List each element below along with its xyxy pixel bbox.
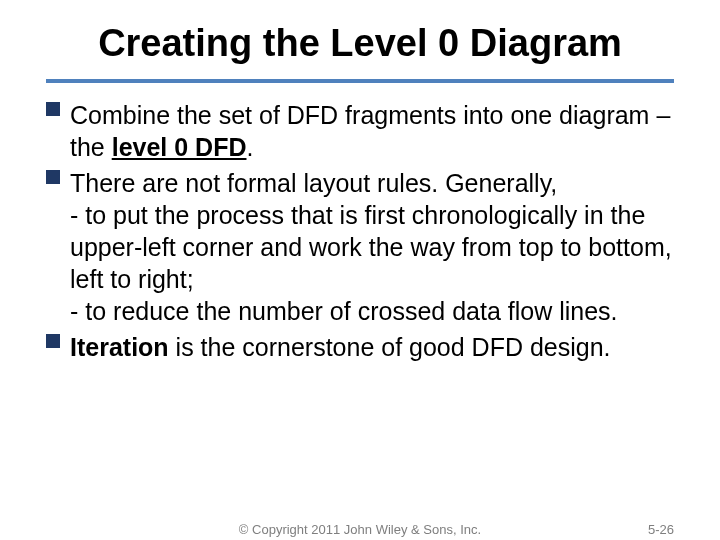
copyright-text: © Copyright 2011 John Wiley & Sons, Inc.: [0, 522, 720, 537]
square-bullet-icon: [46, 334, 60, 348]
slide: Creating the Level 0 Diagram Combine the…: [0, 0, 720, 540]
title-rule: [46, 79, 674, 83]
square-bullet-icon: [46, 102, 60, 116]
bullet-text-emph: Iteration: [70, 333, 169, 361]
bullet-item: Combine the set of DFD fragments into on…: [46, 99, 674, 163]
bullet-text-post: .: [246, 133, 253, 161]
slide-title: Creating the Level 0 Diagram: [46, 22, 674, 65]
page-number: 5-26: [648, 522, 674, 537]
bullet-text-emph: level 0 DFD: [112, 133, 247, 161]
bullet-subline: - to reduce the number of crossed data f…: [70, 295, 674, 327]
slide-body: Combine the set of DFD fragments into on…: [46, 99, 674, 363]
bullet-item: Iteration is the cornerstone of good DFD…: [46, 331, 674, 363]
square-bullet-icon: [46, 170, 60, 184]
bullet-subline: - to put the process that is first chron…: [70, 199, 674, 295]
bullet-text: There are not formal layout rules. Gener…: [70, 169, 557, 197]
bullet-item: There are not formal layout rules. Gener…: [46, 167, 674, 327]
bullet-text-post: is the cornerstone of good DFD design.: [169, 333, 611, 361]
